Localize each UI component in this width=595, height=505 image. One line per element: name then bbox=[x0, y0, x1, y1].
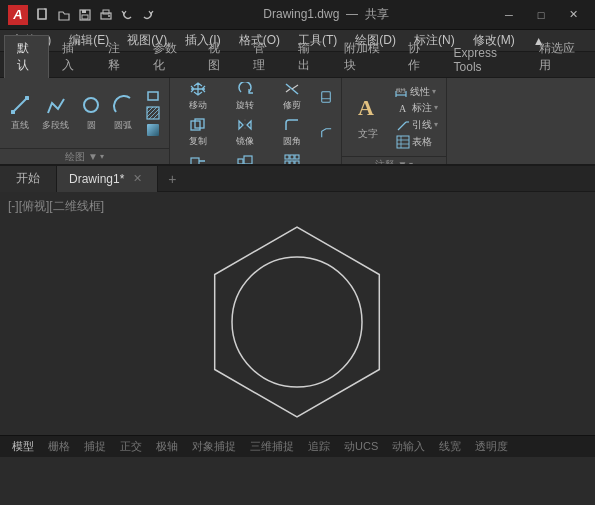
copy-btn[interactable]: 复制 bbox=[176, 117, 220, 149]
ribbon-tab-0[interactable]: 默认 bbox=[4, 35, 49, 78]
arc-btn[interactable]: 圆弧 bbox=[109, 93, 137, 134]
array-btn[interactable]: 阵列 bbox=[270, 153, 314, 166]
start-tab[interactable]: 开始 bbox=[0, 166, 57, 192]
qa-redo-btn[interactable] bbox=[139, 6, 157, 24]
ribbon-tab-8[interactable]: 协作 bbox=[395, 35, 440, 78]
move-btn[interactable]: 移动 bbox=[176, 81, 220, 113]
polyline-btn[interactable]: 多段线 bbox=[38, 93, 73, 134]
annotation-group-label[interactable]: 注释 ▼ ▾ bbox=[342, 156, 446, 166]
leader-btn[interactable]: 引线 ▾ bbox=[394, 117, 440, 133]
status-item-2[interactable]: 捕捉 bbox=[80, 439, 110, 454]
status-item-3[interactable]: 正交 bbox=[116, 439, 146, 454]
qa-plot-btn[interactable] bbox=[97, 6, 115, 24]
fillet-btn[interactable]: 圆角 bbox=[270, 117, 314, 149]
maximize-btn[interactable]: □ bbox=[527, 5, 555, 25]
svg-rect-12 bbox=[147, 107, 159, 119]
inner-circle-shape bbox=[232, 257, 362, 387]
quick-access-toolbar bbox=[34, 6, 157, 24]
drawing1-tab[interactable]: Drawing1* ✕ bbox=[57, 166, 158, 192]
svg-rect-29 bbox=[191, 158, 199, 165]
new-tab-btn[interactable]: + bbox=[158, 171, 186, 187]
annotation-group: A 文字 线性 线性 ▾ A 标注 ▾ bbox=[342, 78, 447, 164]
svg-rect-9 bbox=[25, 96, 29, 100]
table-btn[interactable]: 表格 bbox=[394, 134, 440, 150]
ribbon-tab-4[interactable]: 视图 bbox=[195, 35, 240, 78]
close-btn[interactable]: ✕ bbox=[559, 5, 587, 25]
ribbon-tab-1[interactable]: 插入 bbox=[49, 35, 94, 78]
status-item-8[interactable]: 动UCS bbox=[340, 439, 382, 454]
join-btn[interactable] bbox=[317, 153, 335, 166]
draw-chevron-icon: ▾ bbox=[100, 152, 104, 161]
title-text: Drawing1.dwg — 共享 bbox=[157, 6, 495, 23]
hatch-btn[interactable] bbox=[143, 105, 163, 121]
draw-group-label[interactable]: 绘图 ▼ ▾ bbox=[0, 148, 169, 164]
chamfer-btn[interactable] bbox=[317, 117, 335, 149]
rect-btn[interactable] bbox=[143, 88, 163, 104]
qa-new-btn[interactable] bbox=[34, 6, 52, 24]
svg-rect-33 bbox=[285, 155, 289, 159]
svg-text:A: A bbox=[358, 95, 374, 120]
rotate-btn[interactable]: 旋转 bbox=[223, 81, 267, 113]
status-item-10[interactable]: 线宽 bbox=[435, 439, 465, 454]
status-bar: 模型栅格捕捉正交极轴对象捕捉三维捕捉追踪动UCS动输入线宽透明度 bbox=[0, 435, 595, 457]
qa-undo-btn[interactable] bbox=[118, 6, 136, 24]
circle-btn[interactable]: 圆 bbox=[77, 93, 105, 134]
autocad-logo[interactable]: A bbox=[8, 5, 28, 25]
svg-rect-31 bbox=[238, 159, 243, 164]
ribbon-tab-10[interactable]: 精选应用 bbox=[526, 35, 591, 78]
svg-point-6 bbox=[108, 15, 110, 17]
ribbon-tab-7[interactable]: 附加模块 bbox=[331, 35, 396, 78]
line-btn[interactable]: 直线 bbox=[6, 93, 34, 134]
doc-tabs: 开始 Drawing1* ✕ + bbox=[0, 166, 595, 192]
svg-rect-11 bbox=[148, 92, 158, 100]
svg-rect-18 bbox=[147, 124, 159, 136]
trim-btn[interactable]: 修剪 bbox=[270, 81, 314, 113]
tab-close-btn[interactable]: ✕ bbox=[130, 171, 145, 186]
status-item-9[interactable]: 动输入 bbox=[388, 439, 429, 454]
stretch-btn[interactable]: 拉伸 bbox=[176, 153, 220, 166]
status-item-7[interactable]: 追踪 bbox=[304, 439, 334, 454]
ribbon-tab-3[interactable]: 参数化 bbox=[140, 35, 195, 78]
svg-rect-36 bbox=[285, 161, 289, 165]
svg-rect-22 bbox=[322, 92, 331, 102]
qa-open-btn[interactable] bbox=[55, 6, 73, 24]
draw-group: 直线 多段线 圆 bbox=[0, 78, 170, 164]
status-item-4[interactable]: 极轴 bbox=[152, 439, 182, 454]
title-bar-left: A bbox=[8, 5, 157, 25]
annotation-label-btn[interactable]: A 标注 ▾ bbox=[394, 100, 440, 116]
svg-rect-37 bbox=[290, 161, 294, 165]
text-btn[interactable]: A 文字 bbox=[348, 82, 388, 152]
minimize-btn[interactable]: ─ bbox=[495, 5, 523, 25]
status-item-5[interactable]: 对象捕捉 bbox=[188, 439, 240, 454]
viewport: [-][俯视][二维线框] bbox=[0, 192, 595, 435]
hexagon-shape bbox=[215, 227, 380, 417]
svg-marker-27 bbox=[239, 121, 243, 129]
svg-rect-47 bbox=[397, 136, 409, 148]
gradient-btn[interactable] bbox=[143, 122, 163, 138]
ribbon-tab-5[interactable]: 管理 bbox=[240, 35, 285, 78]
ribbon-tabs: 默认插入注释参数化视图管理输出附加模块协作Express Tools精选应用 bbox=[0, 52, 595, 78]
svg-line-20 bbox=[292, 85, 298, 89]
erase-btn[interactable] bbox=[317, 81, 335, 113]
drawing-canvas[interactable] bbox=[0, 192, 595, 435]
ribbon-panel: 直线 多段线 圆 bbox=[0, 78, 595, 166]
ribbon-tab-2[interactable]: 注释 bbox=[95, 35, 140, 78]
svg-line-45 bbox=[398, 122, 406, 130]
svg-text:A: A bbox=[399, 103, 407, 114]
svg-rect-3 bbox=[82, 15, 88, 19]
svg-rect-34 bbox=[290, 155, 294, 159]
status-item-6[interactable]: 三维捕捉 bbox=[246, 439, 298, 454]
mirror-btn[interactable]: 镜像 bbox=[223, 117, 267, 149]
status-item-1[interactable]: 栅格 bbox=[44, 439, 74, 454]
ribbon-tab-9[interactable]: Express Tools bbox=[441, 41, 527, 78]
qa-save-btn[interactable] bbox=[76, 6, 94, 24]
svg-rect-35 bbox=[295, 155, 299, 159]
svg-point-10 bbox=[84, 98, 98, 112]
ribbon-tab-6[interactable]: 输出 bbox=[285, 35, 330, 78]
status-item-0[interactable]: 模型 bbox=[8, 439, 38, 454]
svg-rect-0 bbox=[38, 9, 46, 19]
scale-btn[interactable]: 缩放 bbox=[223, 153, 267, 166]
svg-marker-28 bbox=[247, 121, 251, 129]
svg-line-21 bbox=[286, 89, 290, 92]
status-item-11[interactable]: 透明度 bbox=[471, 439, 512, 454]
